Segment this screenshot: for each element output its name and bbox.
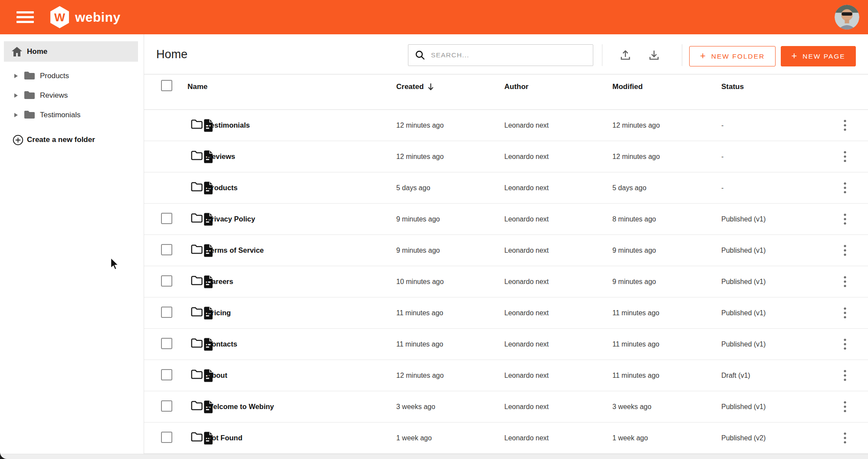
table-row[interactable]: Testimonials 12 minutes ago Leonardo nex… xyxy=(144,110,868,141)
row-name[interactable]: Contacts xyxy=(207,340,396,348)
row-status: Published (v1) xyxy=(721,340,836,348)
row-checkbox[interactable] xyxy=(161,213,172,224)
row-status: Published (v1) xyxy=(721,247,836,254)
table-row[interactable]: Not Found 1 week ago Leonardo next 1 wee… xyxy=(144,423,868,454)
row-checkbox[interactable] xyxy=(161,369,172,380)
table-row[interactable]: Terms of Service 9 minutes ago Leonardo … xyxy=(144,235,868,266)
caret-right-icon[interactable] xyxy=(14,93,18,98)
folder-icon xyxy=(191,150,203,163)
folder-icon xyxy=(191,400,203,413)
kebab-menu-icon xyxy=(844,432,846,444)
bottom-scroll-strip xyxy=(0,454,868,459)
sidebar: Home Products Reviews Testimonials xyxy=(0,34,144,454)
row-menu-button[interactable] xyxy=(836,147,854,166)
row-name[interactable]: Reviews xyxy=(207,152,396,161)
row-modified: 8 minutes ago xyxy=(612,215,721,223)
kebab-menu-icon xyxy=(844,119,846,131)
row-menu-button[interactable] xyxy=(836,178,854,198)
row-created: 5 days ago xyxy=(396,184,504,192)
row-name[interactable]: Careers xyxy=(207,277,396,286)
page-title: Home xyxy=(156,34,187,75)
sidebar-folder-label: Products xyxy=(40,72,69,80)
folder-icon xyxy=(191,213,203,226)
folder-icon xyxy=(191,275,203,288)
table-row[interactable]: Welcome to Webiny 3 weeks ago Leonardo n… xyxy=(144,391,868,423)
search-input[interactable] xyxy=(431,51,593,59)
table-row[interactable]: Careers 10 minutes ago Leonardo next 9 m… xyxy=(144,266,868,297)
row-menu-button[interactable] xyxy=(836,335,854,354)
row-checkbox[interactable] xyxy=(161,338,172,349)
table-row[interactable]: Contacts 11 minutes ago Leonardo next 11… xyxy=(144,329,868,360)
user-avatar[interactable] xyxy=(835,5,859,30)
plus-icon: + xyxy=(791,50,798,62)
create-new-folder-button[interactable]: Create a new folder xyxy=(0,131,144,149)
svg-text:W: W xyxy=(54,11,65,24)
table-header: Name Created Author Modified Status xyxy=(144,75,868,110)
kebab-menu-icon xyxy=(844,213,846,225)
row-author: Leonardo next xyxy=(504,122,612,129)
row-author: Leonardo next xyxy=(504,372,612,380)
window-corner xyxy=(0,452,7,459)
topbar: W webiny xyxy=(0,0,868,34)
row-checkbox[interactable] xyxy=(161,244,172,255)
home-icon xyxy=(12,47,22,56)
import-upload-button[interactable] xyxy=(616,46,635,65)
kebab-menu-icon xyxy=(844,276,846,287)
row-checkbox[interactable] xyxy=(161,275,172,287)
row-created: 11 minutes ago xyxy=(396,309,504,317)
row-menu-button[interactable] xyxy=(836,116,854,135)
hamburger-menu-icon[interactable] xyxy=(16,9,34,26)
row-checkbox[interactable] xyxy=(161,307,172,318)
row-checkbox[interactable] xyxy=(161,400,172,412)
table-row[interactable]: Products 5 days ago Leonardo next 5 days… xyxy=(144,172,868,204)
webiny-logo[interactable]: W webiny xyxy=(49,6,121,29)
column-header-author: Author xyxy=(504,83,612,91)
kebab-menu-icon xyxy=(844,151,846,162)
folder-icon xyxy=(24,110,35,119)
folder-icon xyxy=(191,182,203,195)
sidebar-item-home[interactable]: Home xyxy=(4,41,138,62)
sidebar-item-reviews[interactable]: Reviews xyxy=(0,86,144,105)
row-created: 11 minutes ago xyxy=(396,340,504,348)
caret-right-icon[interactable] xyxy=(14,74,18,78)
row-checkbox[interactable] xyxy=(161,432,172,443)
table-row[interactable]: About 12 minutes ago Leonardo next 11 mi… xyxy=(144,360,868,391)
row-menu-button[interactable] xyxy=(836,397,854,416)
row-name[interactable]: Terms of Service xyxy=(207,246,396,254)
sidebar-home-label: Home xyxy=(27,47,47,56)
row-author: Leonardo next xyxy=(504,309,612,317)
table-row[interactable]: Reviews 12 minutes ago Leonardo next 12 … xyxy=(144,141,868,172)
row-menu-button[interactable] xyxy=(836,429,854,448)
kebab-menu-icon xyxy=(844,338,846,350)
page-header: Home + NEW FOLDER + NEW PAGE xyxy=(144,34,868,75)
row-name[interactable]: Pricing xyxy=(207,309,396,317)
table-row[interactable]: Privacy Policy 9 minutes ago Leonardo ne… xyxy=(144,204,868,235)
row-name[interactable]: Not Found xyxy=(207,434,396,442)
column-header-created[interactable]: Created xyxy=(396,83,504,91)
new-page-button[interactable]: + NEW PAGE xyxy=(781,46,856,66)
new-folder-button[interactable]: + NEW FOLDER xyxy=(689,46,776,66)
row-menu-button[interactable] xyxy=(836,272,854,291)
row-name[interactable]: Testimonials xyxy=(207,121,396,129)
row-status: - xyxy=(721,153,836,161)
row-menu-button[interactable] xyxy=(836,304,854,323)
row-name[interactable]: Privacy Policy xyxy=(207,215,396,223)
row-name[interactable]: Welcome to Webiny xyxy=(207,403,396,411)
row-author: Leonardo next xyxy=(504,278,612,286)
row-name[interactable]: About xyxy=(207,371,396,380)
row-menu-button[interactable] xyxy=(836,366,854,385)
folder-icon xyxy=(191,338,203,351)
row-status: Published (v1) xyxy=(721,309,836,317)
column-header-status: Status xyxy=(721,83,836,91)
sidebar-item-products[interactable]: Products xyxy=(0,66,144,86)
row-modified: 12 minutes ago xyxy=(612,122,721,129)
row-menu-button[interactable] xyxy=(836,210,854,229)
export-download-button[interactable] xyxy=(644,46,664,65)
row-menu-button[interactable] xyxy=(836,241,854,260)
folder-icon xyxy=(24,71,35,80)
select-all-checkbox[interactable] xyxy=(161,80,172,91)
sidebar-item-testimonials[interactable]: Testimonials xyxy=(0,105,144,125)
table-row[interactable]: Pricing 11 minutes ago Leonardo next 11 … xyxy=(144,297,868,329)
row-name[interactable]: Products xyxy=(207,184,396,192)
caret-right-icon[interactable] xyxy=(14,113,18,117)
